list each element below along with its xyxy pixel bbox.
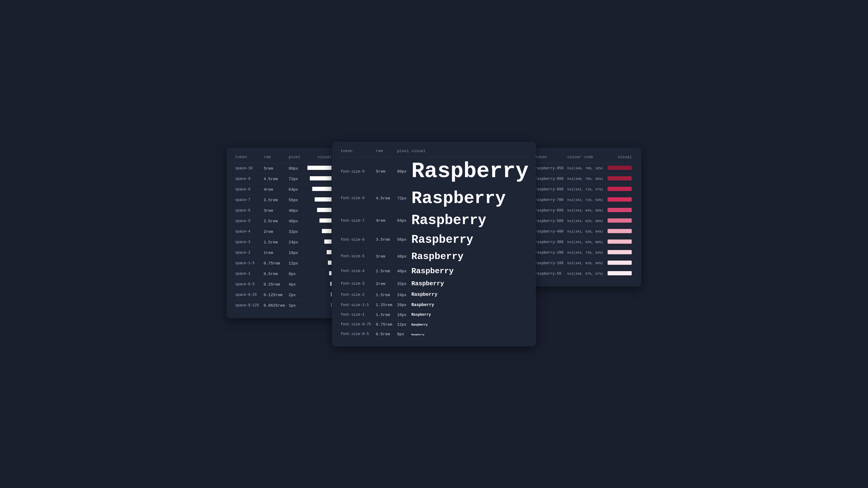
token-cell: font-size-9: [339, 157, 376, 186]
rem-cell: 2rem: [376, 278, 397, 290]
rem-cell: 5rem: [264, 163, 289, 174]
table-row: raspberry-800 hsl(342, 71%, 47%): [534, 184, 634, 195]
color-panel: token colour code visual raspberry-950 h…: [527, 148, 641, 287]
font-preview-cell: Raspberry: [411, 278, 529, 290]
token-cell: space-2: [234, 248, 264, 258]
token-cell: font-size-7: [339, 210, 376, 231]
rem-cell: 0.0625rem: [264, 300, 289, 311]
pixel-cell: 32px: [289, 227, 303, 237]
table-row: font-size-6 3.5rem 56px Raspberry: [339, 231, 529, 249]
visual-cell: [607, 195, 634, 205]
pixel-cell: 80px: [397, 157, 411, 186]
pixel-cell: 16px: [397, 310, 411, 320]
color-swatch: [608, 187, 632, 191]
token-cell: raspberry-800: [534, 184, 567, 195]
space-bar: [331, 303, 332, 307]
token-cell: space-1: [234, 269, 264, 279]
table-row: font-size-0-5 0.5rem 8px Raspberry: [339, 329, 529, 339]
font-preview-text: Raspberry: [411, 233, 473, 246]
pixel-cell: 20px: [397, 300, 411, 310]
token-cell: space-0-25: [234, 290, 264, 300]
font-preview-text: Raspberry: [411, 159, 529, 184]
rem-cell: 3.5rem: [376, 231, 397, 249]
table-row: space-1 0.5rem 8px: [234, 269, 334, 279]
space-bar: [310, 176, 332, 181]
font-preview-text: Raspberry: [411, 213, 486, 228]
color-table: token colour code visual raspberry-950 h…: [534, 155, 634, 279]
visual-cell: [303, 290, 334, 300]
pixel-cell: 24px: [289, 237, 303, 248]
fontsize-panel: token rem pixel visual font-size-9 5rem …: [332, 141, 536, 346]
table-row: raspberry-50 hsl(338, 57%, 97%): [534, 269, 634, 279]
table-row: space-2 1rem 16px: [234, 248, 334, 258]
colour-code-cell: hsl(342, 71%, 53%): [567, 195, 607, 205]
rem-cell: 4.5rem: [264, 174, 289, 184]
font-preview-text: Raspberry: [411, 189, 506, 208]
rem-cell: 1.5rem: [376, 290, 397, 300]
color-swatch: [608, 229, 632, 233]
font-preview-cell: Raspberry: [411, 231, 529, 249]
table-row: raspberry-200 hsl(344, 73%, 93%): [534, 248, 634, 258]
table-row: raspberry-300 hsl(341, 63%, 88%): [534, 237, 634, 248]
visual-cell: [303, 227, 334, 237]
spacing-table: token rem pixel visual space-10 5rem 80p…: [234, 155, 334, 311]
font-preview-text: Raspberry: [411, 323, 428, 327]
color-swatch: [608, 208, 632, 212]
visual-cell: [607, 174, 634, 184]
space-bar: [317, 208, 332, 212]
token-cell: space-5: [234, 216, 264, 227]
visual-cell: [303, 195, 334, 205]
space-bar: [324, 239, 332, 244]
table-row: raspberry-700 hsl(342, 71%, 53%): [534, 195, 634, 205]
col-rem-left: rem: [264, 155, 289, 163]
colour-code-cell: hsl(343, 64%, 58%): [567, 205, 607, 216]
rem-cell: 0.25rem: [264, 279, 289, 290]
font-preview-cell: Raspberry: [411, 300, 529, 310]
visual-cell: [607, 248, 634, 258]
col-visual-center: visual: [411, 149, 529, 157]
pixel-cell: 56px: [397, 231, 411, 249]
rem-cell: 3rem: [264, 205, 289, 216]
table-row: font-size-2 1.5rem 24px Raspberry: [339, 290, 529, 300]
font-preview-text: Raspberry: [411, 251, 464, 262]
col-rem-center: rem: [376, 149, 397, 157]
visual-cell: [303, 279, 334, 290]
table-row: font-size-0-75 0.75rem 12px Raspberry: [339, 320, 529, 329]
token-cell: font-size-0-75: [339, 320, 376, 329]
colour-code-cell: hsl(344, 73%, 93%): [567, 248, 607, 258]
font-preview-cell: Raspberry: [411, 290, 529, 300]
colour-code-cell: hsl(341, 63%, 84%): [567, 227, 607, 237]
pixel-cell: 8px: [289, 269, 303, 279]
table-row: space-0-5 0.25rem 4px: [234, 279, 334, 290]
rem-cell: 0.125rem: [264, 290, 289, 300]
font-preview-cell: Raspberry: [411, 157, 529, 186]
visual-cell: [303, 248, 334, 258]
table-row: font-size-3 2rem 32px Raspberry: [339, 278, 529, 290]
spacing-panel: token rem pixel visual space-10 5rem 80p…: [227, 148, 341, 318]
token-cell: space-4: [234, 227, 264, 237]
colour-code-cell: hsl(340, 78%, 32%): [567, 163, 607, 174]
rem-cell: 2.5rem: [376, 264, 397, 278]
panels-container: token rem pixel visual space-10 5rem 80p…: [223, 141, 645, 346]
token-cell: raspberry-100: [534, 258, 567, 269]
pixel-cell: 64px: [289, 184, 303, 195]
pixel-cell: 32px: [397, 278, 411, 290]
colour-code-cell: hsl(340, 78%, 36%): [567, 174, 607, 184]
rem-cell: 2.5rem: [264, 216, 289, 227]
font-preview-cell: Raspberry: [411, 249, 529, 264]
rem-cell: 0.5rem: [376, 329, 397, 339]
pixel-cell: 40px: [397, 264, 411, 278]
col-token-center: token: [339, 149, 376, 157]
visual-cell: [303, 237, 334, 248]
token-cell: space-0-5: [234, 279, 264, 290]
font-preview-text: Raspberry: [411, 292, 437, 297]
table-row: raspberry-600 hsl(343, 64%, 58%): [534, 205, 634, 216]
table-row: font-size-1-5 1.25rem 20px Raspberry: [339, 300, 529, 310]
space-bar: [307, 166, 332, 170]
token-cell: raspberry-500: [534, 216, 567, 227]
token-cell: raspberry-600: [534, 205, 567, 216]
space-bar: [319, 218, 332, 223]
font-preview-text: Raspberry: [411, 280, 444, 287]
token-cell: space-8: [234, 184, 264, 195]
pixel-cell: 64px: [397, 210, 411, 231]
